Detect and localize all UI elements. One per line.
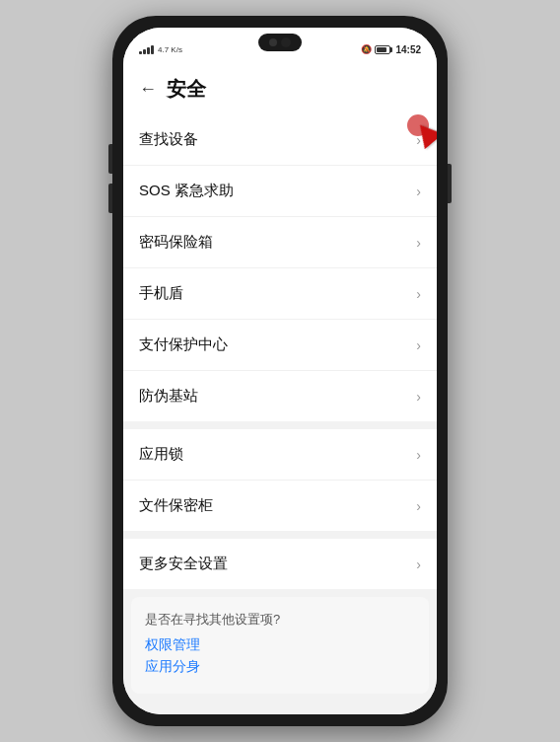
security-section-1: 查找设备 › SOS 紧急求助 › 密码保险箱 › 手 xyxy=(123,114,437,421)
clock: 14:52 xyxy=(395,44,421,55)
menu-item-password-vault[interactable]: 密码保险箱 › xyxy=(123,217,437,268)
page-header: ← 安全 xyxy=(123,63,437,114)
menu-item-sos[interactable]: SOS 紧急求助 › xyxy=(123,166,437,217)
content-area: 查找设备 › SOS 紧急求助 › 密码保险箱 › 手 xyxy=(123,114,437,714)
notification-icon: 🔕 xyxy=(361,44,372,54)
status-bar: 4.7 K/s 🔕 14:52 xyxy=(123,28,437,63)
chevron-icon-payment-protection: › xyxy=(416,337,421,353)
camera-notch xyxy=(258,34,302,51)
back-button[interactable]: ← xyxy=(139,79,157,100)
security-section-3: 更多安全设置 › xyxy=(123,539,437,589)
page-title: 安全 xyxy=(167,76,206,103)
chevron-icon-more-security: › xyxy=(416,556,421,572)
chevron-icon-find-device: › xyxy=(416,132,421,148)
camera-sensor xyxy=(269,38,277,46)
suggestion-box: 是否在寻找其他设置项? 权限管理 应用分身 xyxy=(131,597,429,694)
power-button[interactable] xyxy=(448,164,452,203)
security-section-2: 应用锁 › 文件保密柜 › xyxy=(123,429,437,531)
phone-screen: 4.7 K/s 🔕 14:52 ← 安全 xyxy=(123,28,437,714)
suggestion-title: 是否在寻找其他设置项? xyxy=(145,611,415,629)
suggestion-link-permission-mgmt[interactable]: 权限管理 xyxy=(145,636,415,654)
signal-icon xyxy=(139,45,154,54)
status-right: 🔕 14:52 xyxy=(361,44,421,55)
phone-frame: 4.7 K/s 🔕 14:52 ← 安全 xyxy=(112,16,448,726)
menu-item-more-security[interactable]: 更多安全设置 › xyxy=(123,539,437,589)
chevron-icon-anti-fake-station: › xyxy=(416,389,421,405)
chevron-icon-phone-shield: › xyxy=(416,286,421,302)
chevron-icon-password-vault: › xyxy=(416,235,421,251)
menu-item-file-safe[interactable]: 文件保密柜 › xyxy=(123,481,437,531)
camera-lens xyxy=(281,37,291,47)
chevron-icon-file-safe: › xyxy=(416,498,421,514)
chevron-icon-sos: › xyxy=(416,184,421,199)
volume-down-button[interactable] xyxy=(108,184,112,213)
chevron-icon-app-lock: › xyxy=(416,447,421,463)
suggestion-link-app-clone[interactable]: 应用分身 xyxy=(145,658,415,676)
battery-icon xyxy=(375,45,392,54)
menu-item-find-device[interactable]: 查找设备 › xyxy=(123,114,437,166)
network-speed: 4.7 K/s xyxy=(158,45,182,54)
cursor-arrow-icon xyxy=(411,117,437,149)
status-left: 4.7 K/s xyxy=(139,45,182,54)
volume-up-button[interactable] xyxy=(108,144,112,174)
menu-item-anti-fake-station[interactable]: 防伪基站 › xyxy=(123,371,437,421)
menu-item-phone-shield[interactable]: 手机盾 › xyxy=(123,268,437,320)
menu-item-app-lock[interactable]: 应用锁 › xyxy=(123,429,437,481)
menu-item-payment-protection[interactable]: 支付保护中心 › xyxy=(123,320,437,371)
